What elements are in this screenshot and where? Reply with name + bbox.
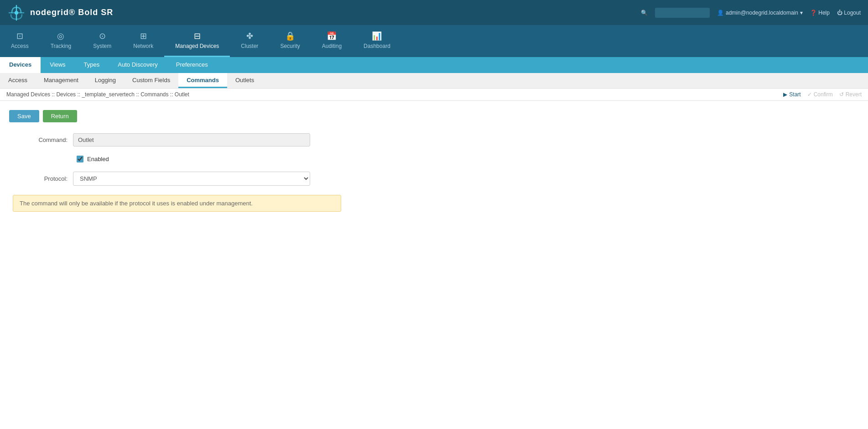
- auditing-nav-label: Auditing: [322, 43, 342, 49]
- svg-point-2: [15, 11, 18, 14]
- enabled-checkbox[interactable]: [77, 156, 83, 162]
- nav-item-network[interactable]: ⊞Network: [122, 25, 164, 57]
- help-icon: ❓: [810, 10, 817, 16]
- nav-item-cluster[interactable]: ✤Cluster: [230, 25, 269, 57]
- security-nav-icon: 🔒: [285, 32, 295, 40]
- command-group: Command:: [9, 133, 859, 146]
- command-label: Command:: [9, 136, 73, 143]
- sub-nav: DevicesViewsTypesAuto DiscoveryPreferenc…: [0, 57, 868, 73]
- logo-area: nodegrid® Bold SR: [7, 4, 113, 22]
- logo-text: nodegrid® Bold SR: [30, 8, 113, 17]
- dropdown-icon: ▾: [800, 10, 803, 16]
- access-nav-label: Access: [11, 43, 29, 49]
- system-nav-icon: ⊙: [99, 32, 106, 40]
- command-input[interactable]: [73, 133, 310, 146]
- breadcrumb-bar: Managed Devices :: Devices :: _template_…: [0, 89, 868, 101]
- nav-item-access[interactable]: ⊡Access: [0, 25, 40, 57]
- dashboard-nav-label: Dashboard: [364, 43, 390, 49]
- breadcrumb: Managed Devices :: Devices :: _template_…: [6, 91, 189, 98]
- top-bar: nodegrid® Bold SR 🔍 👤 admin@nodegrid.loc…: [0, 0, 868, 25]
- action-buttons: Save Return: [9, 110, 859, 122]
- protocol-group: Protocol: SNMPSSHTelnetHTTPHTTPS: [9, 172, 859, 186]
- sec-tab-management[interactable]: Management: [36, 73, 87, 88]
- protocol-select[interactable]: SNMPSSHTelnetHTTPHTTPS: [73, 172, 310, 186]
- user-icon: 👤: [717, 10, 724, 16]
- start-icon: ▶: [783, 91, 787, 98]
- user-info[interactable]: 👤 admin@nodegrid.localdomain ▾: [717, 10, 803, 16]
- revert-button[interactable]: ↺ Revert: [839, 91, 862, 98]
- tracking-nav-icon: ◎: [57, 32, 64, 40]
- help-link[interactable]: ❓ Help: [810, 10, 830, 16]
- main-content: Save Return Command: Enabled Protocol: S…: [0, 101, 868, 425]
- cluster-nav-icon: ✤: [246, 32, 253, 40]
- search-icon: 🔍: [641, 10, 648, 16]
- search-input[interactable]: [655, 8, 710, 18]
- sub-tab-devices[interactable]: Devices: [0, 57, 41, 73]
- enabled-label: Enabled: [87, 156, 109, 162]
- nav-item-tracking[interactable]: ◎Tracking: [40, 25, 83, 57]
- sec-tab-outlets[interactable]: Outlets: [227, 73, 262, 88]
- security-nav-label: Security: [280, 43, 300, 49]
- top-right-area: 🔍 👤 admin@nodegrid.localdomain ▾ ❓ Help …: [641, 8, 861, 18]
- network-nav-label: Network: [133, 43, 153, 49]
- sub-tab-auto_discovery[interactable]: Auto Discovery: [109, 57, 166, 73]
- main-nav: ⊡Access◎Tracking⊙System⊞Network⊟Managed …: [0, 25, 868, 57]
- nav-item-auditing[interactable]: 📅Auditing: [311, 25, 353, 57]
- warning-message: The command will only be available if th…: [20, 200, 253, 207]
- managed_devices-nav-label: Managed Devices: [175, 43, 219, 49]
- secondary-nav: AccessManagementLoggingCustom FieldsComm…: [0, 73, 868, 89]
- nav-item-managed_devices[interactable]: ⊟Managed Devices: [164, 25, 230, 57]
- auditing-nav-icon: 📅: [327, 32, 337, 40]
- breadcrumb-actions: ▶ Start ✓ Confirm ↺ Revert: [783, 91, 862, 98]
- sec-tab-logging[interactable]: Logging: [87, 73, 124, 88]
- start-button[interactable]: ▶ Start: [783, 91, 800, 98]
- nav-item-dashboard[interactable]: 📊Dashboard: [353, 25, 401, 57]
- sub-tab-views[interactable]: Views: [41, 57, 74, 73]
- nav-item-system[interactable]: ⊙System: [82, 25, 122, 57]
- sub-tab-types[interactable]: Types: [75, 57, 109, 73]
- sec-tab-commands[interactable]: Commands: [178, 73, 227, 88]
- sec-tab-custom_fields[interactable]: Custom Fields: [124, 73, 178, 88]
- revert-icon: ↺: [839, 91, 844, 98]
- cluster-nav-label: Cluster: [241, 43, 258, 49]
- protocol-label: Protocol:: [9, 175, 73, 182]
- save-button[interactable]: Save: [9, 110, 39, 122]
- warning-box: The command will only be available if th…: [13, 195, 341, 212]
- logo-icon: [7, 4, 26, 22]
- confirm-icon: ✓: [807, 91, 812, 98]
- tracking-nav-label: Tracking: [51, 43, 72, 49]
- logout-link[interactable]: ⏻ Logout: [837, 10, 861, 16]
- username-label: admin@nodegrid.localdomain: [726, 10, 798, 16]
- managed_devices-nav-icon: ⊟: [194, 32, 201, 40]
- system-nav-label: System: [93, 43, 111, 49]
- network-nav-icon: ⊞: [140, 32, 147, 40]
- dashboard-nav-icon: 📊: [372, 32, 382, 40]
- return-button[interactable]: Return: [43, 110, 77, 122]
- confirm-button[interactable]: ✓ Confirm: [807, 91, 833, 98]
- nav-item-security[interactable]: 🔒Security: [269, 25, 311, 57]
- logout-icon: ⏻: [837, 10, 842, 16]
- sec-tab-access[interactable]: Access: [0, 73, 36, 88]
- enabled-group: Enabled: [77, 156, 859, 162]
- sub-tab-preferences[interactable]: Preferences: [167, 57, 217, 73]
- access-nav-icon: ⊡: [16, 32, 23, 40]
